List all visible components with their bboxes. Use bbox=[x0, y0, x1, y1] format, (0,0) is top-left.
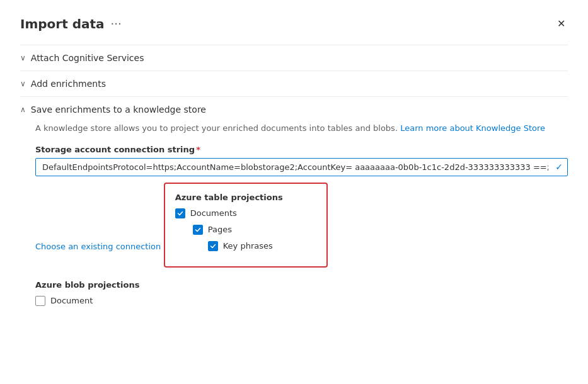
key-phrases-label: Key phrases bbox=[223, 241, 273, 251]
accordion-attach-cognitive-label: Attach Cognitive Services bbox=[31, 53, 144, 63]
azure-table-projections-title: Azure table projections bbox=[175, 193, 316, 202]
accordion-save-enrichments-header[interactable]: ∧ Save enrichments to a knowledge store bbox=[20, 97, 568, 122]
panel-title: Import data bbox=[20, 16, 105, 31]
input-checkmark-icon: ✓ bbox=[555, 162, 563, 172]
choose-existing-connection-link[interactable]: Choose an existing connection bbox=[35, 242, 161, 251]
document-blob-label: Document bbox=[50, 296, 93, 305]
chevron-up-icon: ∧ bbox=[20, 105, 26, 114]
storage-label: Storage account connection string* bbox=[35, 145, 568, 154]
azure-table-projections-box: Azure table projections Documents bbox=[164, 183, 328, 268]
accordion-save-enrichments-label: Save enrichments to a knowledge store bbox=[31, 104, 206, 115]
checkbox-key-phrases: Key phrases bbox=[208, 241, 316, 251]
chevron-down-icon: ∨ bbox=[20, 54, 26, 62]
checkbox-document-blob: Document bbox=[35, 296, 568, 306]
chevron-down-icon-2: ∨ bbox=[20, 79, 26, 88]
panel-header: Import data ··· ✕ bbox=[20, 15, 568, 32]
knowledge-store-description: A knowledge store allows you to project … bbox=[35, 122, 568, 135]
import-data-panel: Import data ··· ✕ ∨ Attach Cognitive Ser… bbox=[0, 0, 588, 384]
azure-blob-projections-section: Azure blob projections Document bbox=[35, 280, 568, 306]
panel-ellipsis-button[interactable]: ··· bbox=[111, 17, 122, 30]
connection-string-wrapper: ✓ bbox=[35, 158, 568, 176]
key-phrases-checkbox[interactable] bbox=[208, 241, 218, 251]
accordion-attach-cognitive: ∨ Attach Cognitive Services bbox=[20, 45, 568, 71]
accordion-add-enrichments-label: Add enrichments bbox=[31, 79, 106, 89]
title-group: Import data ··· bbox=[20, 16, 122, 31]
document-blob-checkbox[interactable] bbox=[35, 296, 45, 306]
learn-more-link[interactable]: Learn more about Knowledge Store bbox=[400, 123, 545, 133]
accordion-add-enrichments: ∨ Add enrichments bbox=[20, 71, 568, 96]
checkbox-pages: Pages bbox=[193, 225, 316, 235]
accordion-attach-cognitive-header[interactable]: ∨ Attach Cognitive Services bbox=[20, 45, 568, 71]
required-star: * bbox=[196, 145, 200, 154]
pages-checkbox[interactable] bbox=[193, 225, 203, 235]
connection-string-input[interactable] bbox=[35, 158, 568, 176]
save-enrichments-content: A knowledge store allows you to project … bbox=[20, 122, 568, 322]
accordion-add-enrichments-header[interactable]: ∨ Add enrichments bbox=[20, 71, 568, 96]
documents-label: Documents bbox=[190, 208, 237, 218]
azure-blob-projections-title: Azure blob projections bbox=[35, 280, 568, 290]
accordion-save-enrichments: ∧ Save enrichments to a knowledge store … bbox=[20, 96, 568, 322]
close-button[interactable]: ✕ bbox=[555, 15, 568, 32]
pages-label: Pages bbox=[208, 225, 232, 234]
documents-checkbox[interactable] bbox=[175, 208, 185, 218]
checkbox-documents: Documents bbox=[175, 208, 316, 218]
